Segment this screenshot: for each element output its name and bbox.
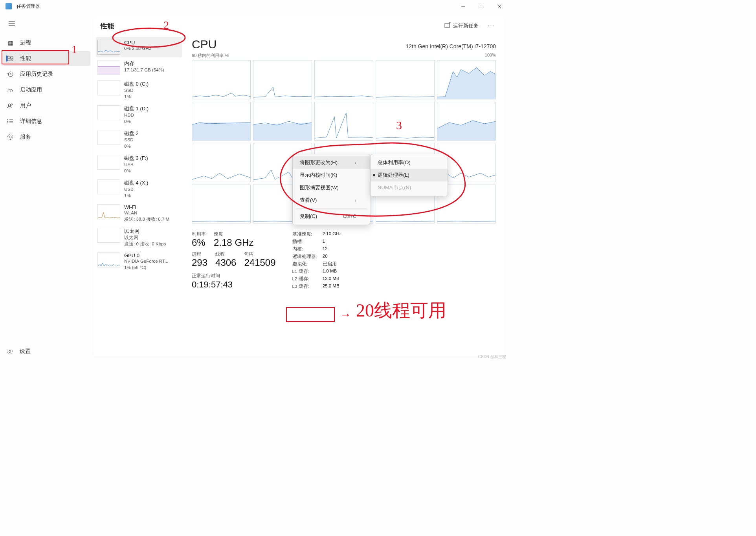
perf-sub: 发送: 38.8 接收: 0.7 M: [124, 216, 169, 223]
mini-chart: [97, 155, 120, 170]
perf-title: 磁盘 2: [124, 130, 139, 137]
spec-label: L2 缓存:: [292, 276, 317, 282]
uptime-label: 正常运行时间: [192, 273, 276, 279]
stat-label: 进程: [192, 251, 207, 257]
perf-sub: USB: [124, 162, 148, 168]
perf-item-disk1[interactable]: 磁盘 1 (D:)HDD0%: [96, 102, 182, 127]
stat-value: 6%: [192, 237, 206, 248]
maximize-button[interactable]: [472, 0, 490, 13]
svg-marker-30: [437, 121, 496, 140]
perf-item-disk0[interactable]: 磁盘 0 (C:)SSD1%: [96, 78, 182, 102]
gauge-icon: [7, 86, 14, 93]
svg-point-10: [8, 104, 11, 106]
stat-label: 线程: [215, 251, 236, 257]
minimize-button[interactable]: [454, 0, 472, 13]
nav-performance[interactable]: 性能: [3, 51, 90, 66]
perf-title: 磁盘 4 (X:): [124, 179, 148, 187]
ctx-overall[interactable]: 总体利用率(O): [371, 156, 448, 169]
cpu-core-cell: [437, 60, 496, 99]
sidebar: ▦ 进程 性能 应用历史记录 启动应用 用户 详细信息: [0, 13, 94, 360]
perf-sub: 1%: [124, 94, 149, 100]
nav-users[interactable]: 用户: [3, 98, 90, 113]
more-button[interactable]: ···: [485, 22, 497, 29]
perf-item-disk4[interactable]: 磁盘 4 (X:)USB1%: [96, 177, 182, 201]
perf-item-wifi[interactable]: Wi-FiWLAN发送: 38.8 接收: 0.7 M: [96, 201, 182, 225]
hamburger-button[interactable]: [4, 16, 20, 31]
nav-startup[interactable]: 启动应用: [3, 82, 90, 97]
settings-label: 设置: [20, 348, 31, 355]
perf-item-disk2[interactable]: 磁盘 2SSD0%: [96, 127, 182, 152]
perf-sub: 以太网: [124, 235, 166, 241]
cpu-core-cell: [192, 143, 251, 182]
perf-title: 磁盘 1 (D:): [124, 105, 149, 112]
nav-label: 性能: [20, 55, 31, 62]
perf-sub: 6% 2.18 GHz: [124, 46, 151, 52]
cpu-core-cell: [192, 60, 251, 99]
stat-label: 句柄: [244, 251, 275, 257]
nav-label: 启动应用: [20, 86, 42, 93]
perf-item-disk3[interactable]: 磁盘 3 (F:)USB0%: [96, 152, 182, 177]
perf-title: 磁盘 0 (C:): [124, 80, 149, 88]
ctx-numa: NUMA 节点(N): [371, 181, 448, 194]
perf-sub: WLAN: [124, 210, 169, 216]
svg-point-14: [7, 121, 8, 122]
svg-marker-28: [192, 123, 251, 140]
list-icon: [7, 118, 14, 125]
run-task-button[interactable]: 运行新任务: [441, 21, 482, 31]
stat-value: 4306: [215, 257, 236, 268]
stat-value: 2.18 GHz: [214, 237, 253, 248]
nav-services[interactable]: 服务: [3, 130, 90, 145]
nav-app-history[interactable]: 应用历史记录: [3, 67, 90, 82]
nav-processes[interactable]: ▦ 进程: [3, 35, 90, 50]
spec-value: 20: [323, 254, 342, 260]
spec-value: 12.0 MB: [323, 276, 342, 282]
chevron-right-icon: ›: [355, 198, 356, 203]
spec-value: 25.0 MB: [323, 284, 342, 289]
mini-chart-cpu: [97, 40, 120, 55]
nav-settings[interactable]: 设置: [0, 345, 94, 360]
perf-title: Wi-Fi: [124, 204, 169, 210]
ctx-view[interactable]: 查看(V)›: [293, 194, 370, 207]
ctx-copy[interactable]: 复制(C)Ctrl+C: [293, 210, 370, 223]
perf-sub: 0%: [124, 143, 139, 150]
app-icon: [6, 3, 12, 9]
perf-sub: NVIDIA GeForce RT...: [124, 258, 168, 265]
bullet-icon: [373, 174, 375, 176]
pulse-icon: [7, 55, 14, 62]
nav-details[interactable]: 详细信息: [3, 114, 90, 129]
svg-rect-22: [445, 24, 450, 27]
mini-chart: [97, 80, 120, 95]
ctx-change-graph[interactable]: 将图形更改为(H)›: [293, 156, 370, 169]
shortcut: Ctrl+C: [343, 214, 356, 219]
perf-item-ethernet[interactable]: 以太网以太网发送: 0 接收: 0 Kbps: [96, 225, 182, 250]
detail-title: CPU: [192, 38, 217, 51]
perf-list[interactable]: CPU6% 2.18 GHz 内存17.1/31.7 GB (54%) 磁盘 0…: [94, 36, 185, 357]
spec-table: 基准速度:2.10 GHz 插槽:1 内核:12 逻辑处理器:20 虚拟化:已启…: [292, 231, 342, 290]
spec-label: L1 缓存:: [292, 269, 317, 274]
perf-item-cpu[interactable]: CPU6% 2.18 GHz: [96, 37, 182, 57]
spec-label: 基准速度:: [292, 231, 317, 237]
cpu-core-cell: [253, 102, 312, 141]
cpu-core-cell: [437, 102, 496, 141]
gear-icon: [7, 134, 14, 141]
spec-label: 虚拟化:: [292, 261, 317, 267]
perf-item-gpu0[interactable]: GPU 0NVIDIA GeForce RT...1% (56 °C): [96, 250, 182, 273]
perf-title: CPU: [124, 40, 151, 46]
cpu-core-cell: [376, 60, 435, 99]
chart-label: 60 秒内的利用率 %: [192, 53, 229, 59]
history-icon: [7, 71, 14, 78]
perf-sub: SSD: [124, 137, 139, 143]
ctx-logical-processors[interactable]: 逻辑处理器(L): [371, 169, 448, 181]
nav-label: 服务: [20, 134, 31, 141]
app-title: 任务管理器: [17, 3, 40, 10]
close-button[interactable]: [490, 0, 508, 13]
ctx-kernel-times[interactable]: 显示内核时间(K): [293, 169, 370, 181]
cpu-core-cell: [192, 102, 251, 141]
spec-label: 插槽:: [292, 239, 317, 245]
cpu-core-cell: [314, 60, 373, 99]
ctx-summary-view[interactable]: 图形摘要视图(W): [293, 181, 370, 194]
cpu-core-cell: [192, 185, 251, 224]
nav-label: 进程: [20, 39, 31, 46]
perf-sub: 发送: 0 接收: 0 Kbps: [124, 241, 166, 247]
perf-item-memory[interactable]: 内存17.1/31.7 GB (54%): [96, 57, 182, 78]
